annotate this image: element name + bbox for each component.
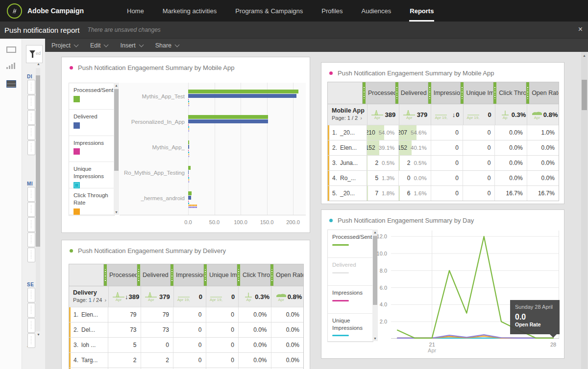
nav-item-programs-campaigns[interactable]: Programs & Campaigns — [235, 0, 303, 22]
column-header-impressions[interactable]: Impressions — [428, 82, 461, 104]
column-header-click-throu[interactable]: Click Throu — [237, 264, 270, 286]
palette-widget-chip[interactable] — [27, 248, 35, 262]
legend-item-unique-impressions[interactable]: Unique Impressions — [69, 162, 114, 188]
column-header-open-rate[interactable]: Open Rate — [270, 264, 303, 286]
chart-widget-icon[interactable] — [6, 63, 15, 69]
column-drag-handle[interactable] — [270, 264, 273, 286]
container-widget-icon[interactable] — [6, 46, 16, 53]
pagination[interactable]: Page: 1 / 2 › — [332, 115, 366, 121]
scroll-up-icon[interactable]: ▲ — [583, 54, 586, 57]
palette-widget-chip[interactable] — [27, 80, 35, 94]
column-header-processed-s[interactable]: Processed/S — [104, 264, 137, 286]
table-row[interactable]: 3.Juna...20.5%20.5%000.0%0.0% — [328, 155, 559, 170]
column-drag-handle[interactable] — [461, 82, 464, 104]
pagination[interactable]: Page: 1 / 24 › — [73, 297, 107, 303]
menu-item-share[interactable]: Share — [155, 42, 185, 49]
palette-scrollbar-thumb[interactable] — [36, 75, 40, 247]
summary-value: 379 — [159, 293, 170, 300]
nav-item-marketing-activities[interactable]: Marketing activities — [163, 0, 217, 22]
column-drag-handle[interactable] — [104, 264, 107, 286]
page-next-icon[interactable]: › — [104, 297, 106, 303]
column-drag-handle[interactable] — [204, 264, 207, 286]
column-drag-handle[interactable] — [237, 264, 240, 286]
value-fill-bar — [367, 186, 368, 201]
x-axis-tick-major: 28 — [550, 342, 556, 347]
scroll-down-icon[interactable]: ▼ — [373, 337, 377, 340]
column-header-delivered[interactable]: Delivered — [395, 82, 428, 104]
table-row[interactable]: 2.Del...7373000.0%0.0% — [69, 322, 303, 337]
column-drag-handle[interactable] — [526, 82, 529, 104]
brand[interactable]: Adobe Campaign — [0, 0, 105, 22]
palette-widget-chip[interactable] — [27, 125, 35, 140]
table-row[interactable]: 4.Ro_...51.3%00.0%000.0%0.0% — [328, 170, 559, 185]
bar-open-rate — [188, 181, 189, 183]
x-axis-tick: 28 — [550, 342, 556, 347]
column-header-delivered[interactable]: Delivered — [137, 264, 171, 286]
table-row[interactable]: 5._20...71.8%61.6%0016.7%16.7% — [328, 185, 559, 201]
content-scrollbar-thumb[interactable] — [582, 80, 587, 110]
scroll-up-icon[interactable]: ▲ — [37, 62, 40, 66]
legend-item-delivered[interactable]: Delivered — [69, 110, 114, 136]
palette-widget-chip[interactable] — [27, 110, 35, 125]
column-header-unique-imp[interactable]: Unique Imp — [204, 264, 237, 286]
page-next-icon[interactable]: › — [360, 115, 362, 121]
table-row[interactable]: 1.Elen...7979000.0%0.0% — [69, 307, 303, 322]
legend-scrollbar-thumb[interactable] — [114, 89, 119, 171]
column-header-processed-s[interactable]: Processed/S — [363, 82, 395, 104]
legend-scrollbar[interactable]: ▲▼ — [114, 83, 119, 215]
table-widget-icon[interactable] — [6, 80, 16, 88]
column-header-click-throu[interactable]: Click Throu — [493, 82, 526, 104]
palette-widget-chip[interactable] — [27, 318, 35, 333]
palette-widget-chip[interactable] — [27, 288, 35, 302]
column-drag-handle[interactable] — [137, 264, 140, 286]
close-icon[interactable]: × — [578, 25, 583, 33]
menu-item-insert[interactable]: Insert — [120, 42, 148, 49]
palette-scrollbar[interactable] — [36, 68, 40, 331]
column-header-impressions[interactable]: Impressions — [171, 264, 204, 286]
palette-widget-chip[interactable] — [27, 303, 35, 318]
filter-widget-card[interactable]: ed — [26, 45, 43, 63]
nav-item-reports[interactable]: Reports — [410, 0, 434, 22]
palette-widget-chip[interactable] — [27, 232, 35, 247]
table-row[interactable]: 3.loh ...50000.0%0.0% — [69, 337, 303, 352]
palette-widget-chip[interactable] — [27, 95, 35, 110]
palette-widget-chip[interactable] — [27, 140, 35, 155]
menu-item-edit[interactable]: Edit — [90, 42, 114, 49]
column-header-unique-imp[interactable]: Unique Imp — [461, 82, 493, 104]
content-scrollbar[interactable]: ▲ — [581, 52, 588, 369]
nav-item-profiles[interactable]: Profiles — [321, 0, 343, 22]
summary-cell-impressions: Apr 19,↓0 — [431, 104, 463, 125]
palette-widget-chip[interactable] — [27, 187, 35, 202]
column-drag-handle[interactable] — [428, 82, 431, 104]
menu-item-project[interactable]: Project — [51, 42, 84, 49]
palette-widget-chip[interactable] — [27, 202, 35, 217]
column-header-open-rate[interactable]: Open Rate — [526, 82, 559, 104]
table-row[interactable]: 1._20...21054.0%20754.6%000.0%1.0% — [328, 125, 559, 140]
table-row[interactable]: 4.Targ...22000.0%0.0% — [69, 352, 303, 368]
nav-item-audiences[interactable]: Audiences — [362, 0, 392, 22]
palette-widget-chip[interactable] — [27, 333, 35, 348]
scroll-down-icon[interactable]: ▼ — [115, 210, 118, 214]
column-drag-handle[interactable] — [395, 82, 398, 104]
legend-item-click-through-rate[interactable]: Click Through Rate — [69, 188, 114, 215]
scroll-down-icon[interactable]: ▼ — [37, 333, 40, 336]
sparkline-blob-icon: Apr — [275, 292, 288, 302]
sparkline-label: Apr 19, — [210, 298, 222, 302]
table-row[interactable]: 2.Elen...15239.1%15240.1%000.0%0.0% — [328, 140, 559, 155]
legend-item-processed-sent[interactable]: Processed/Sent — [328, 230, 373, 258]
legend-item-delivered[interactable]: Delivered — [328, 258, 373, 286]
legend-item-impressions[interactable]: Impressions — [69, 136, 114, 162]
column-drag-handle[interactable] — [363, 82, 366, 104]
cell-percent: 0.5% — [414, 160, 426, 166]
column-drag-handle[interactable] — [493, 82, 496, 104]
column-drag-handle[interactable] — [171, 264, 173, 286]
legend-item-unique-impressions[interactable]: Unique Impressions — [328, 314, 373, 342]
scroll-up-icon[interactable]: ▲ — [115, 84, 118, 87]
legend-item-processed-sent[interactable]: Processed/Sent — [69, 83, 114, 110]
legend-item-impressions[interactable]: Impressions — [328, 286, 373, 314]
cell-percent: 0.0% — [414, 175, 426, 181]
cell-value: 152 — [367, 144, 375, 151]
legend-label: Delivered — [74, 113, 111, 120]
nav-item-home[interactable]: Home — [127, 0, 144, 22]
palette-widget-chip[interactable] — [27, 217, 35, 232]
